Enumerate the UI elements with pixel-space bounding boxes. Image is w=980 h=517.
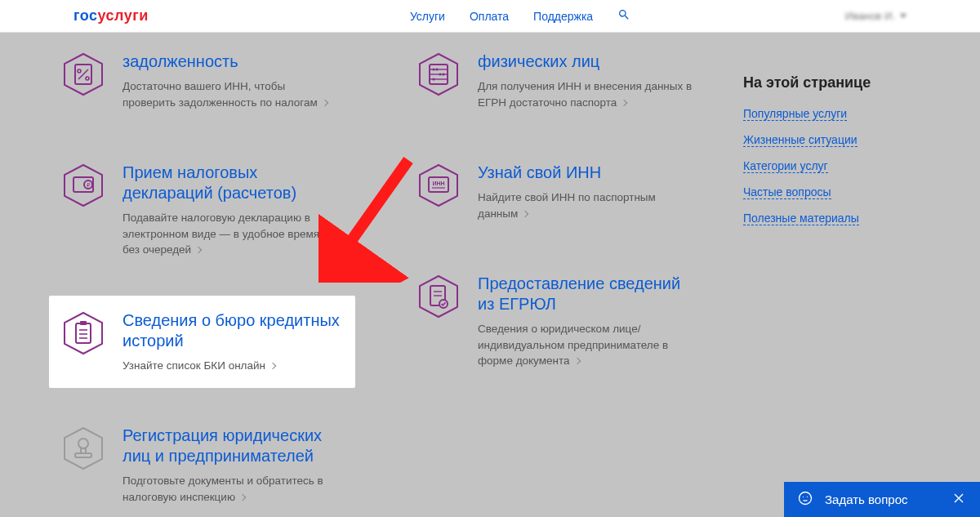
service-body: Сведения о бюро кредитных историй Узнайт… xyxy=(122,310,341,374)
nav-services[interactable]: Услуги xyxy=(410,10,445,23)
stamp-icon xyxy=(60,426,106,471)
svg-point-24 xyxy=(432,68,434,70)
svg-point-40 xyxy=(803,497,804,497)
service-desc: Достаточно вашего ИНН, чтобы проверить з… xyxy=(122,78,341,110)
service-tax-debt[interactable]: задолженность Достаточно вашего ИНН, что… xyxy=(49,37,355,125)
page-sidebar: На этой странице Популярные услуги Жизне… xyxy=(743,37,931,517)
service-tax-declarations[interactable]: ₽ Прием налоговых деклараций (расчетов) … xyxy=(49,148,355,273)
close-icon[interactable] xyxy=(951,490,967,509)
doc-check-icon xyxy=(416,274,461,319)
service-body: Прием налоговых деклараций (расчетов) По… xyxy=(122,163,341,258)
page-body: задолженность Достаточно вашего ИНН, что… xyxy=(0,33,980,517)
sidebar-link-faq[interactable]: Частые вопросы xyxy=(743,185,831,199)
service-desc: Сведения о юридическом лице/индивидуальн… xyxy=(478,321,696,369)
service-desc: Для получения ИНН и внесения данных в ЕГ… xyxy=(478,78,696,110)
service-body: Регистрация юридических лиц и предприним… xyxy=(122,426,341,505)
ask-question-bar[interactable]: Задать вопрос xyxy=(784,482,980,517)
svg-rect-10 xyxy=(76,323,91,343)
topbar: госуслуги Услуги Оплата Поддержка Иванов… xyxy=(0,0,980,33)
svg-text:ИНН: ИНН xyxy=(432,181,444,186)
service-body: Узнай свой ИНН Найдите свой ИНН по паспо… xyxy=(478,163,696,221)
logo-right: услуги xyxy=(98,7,149,24)
svg-rect-18 xyxy=(75,453,91,457)
svg-point-25 xyxy=(435,68,438,70)
ask-label: Задать вопрос xyxy=(825,492,907,506)
sidebar-link-categories[interactable]: Категории услуг xyxy=(743,159,828,173)
svg-point-28 xyxy=(432,78,434,80)
service-title: Предоставление сведений из ЕГРЮЛ xyxy=(478,274,696,314)
sidebar-heading: На этой странице xyxy=(743,74,931,91)
svg-point-16 xyxy=(78,439,88,448)
service-individuals[interactable]: физических лиц Для получения ИНН и внесе… xyxy=(404,37,710,125)
svg-point-41 xyxy=(807,497,808,497)
sidebar-link-materials[interactable]: Полезные материалы xyxy=(743,212,859,225)
chevron-right-icon xyxy=(195,247,202,253)
sidebar-link-popular[interactable]: Популярные услуги xyxy=(743,107,847,121)
svg-point-26 xyxy=(442,73,444,75)
svg-marker-9 xyxy=(65,313,102,354)
service-body: физических лиц Для получения ИНН и внесе… xyxy=(478,51,696,110)
user-menu[interactable]: Иванов И. xyxy=(845,10,906,22)
services-col-2: физических лиц Для получения ИНН и внесе… xyxy=(404,37,710,517)
service-desc: Узнайте список БКИ онлайн xyxy=(122,358,341,374)
service-find-inn[interactable]: ИНН Узнай свой ИНН Найдите свой ИНН по п… xyxy=(404,148,710,236)
percent-doc-icon xyxy=(60,51,106,97)
chevron-down-icon xyxy=(900,14,906,18)
inn-card-icon: ИНН xyxy=(416,163,461,208)
chevron-right-icon xyxy=(239,494,246,501)
service-business-registration[interactable]: Регистрация юридических лиц и предприним… xyxy=(49,411,355,517)
service-credit-bureau[interactable]: Сведения о бюро кредитных историй Узнайт… xyxy=(49,296,355,389)
services-grid: задолженность Достаточно вашего ИНН, что… xyxy=(49,37,710,517)
service-body: задолженность Достаточно вашего ИНН, что… xyxy=(122,51,341,110)
svg-rect-11 xyxy=(80,321,87,325)
ruble-doc-icon: ₽ xyxy=(60,163,106,208)
service-body: Предоставление сведений из ЕГРЮЛ Сведени… xyxy=(478,274,696,369)
nav-support[interactable]: Поддержка xyxy=(533,10,593,23)
service-desc: Подавайте налоговую декларацию в электро… xyxy=(122,210,341,258)
service-title: Прием налоговых деклараций (расчетов) xyxy=(122,163,341,203)
user-name: Иванов И. xyxy=(845,10,895,22)
chat-face-icon xyxy=(797,490,813,509)
svg-point-2 xyxy=(78,69,81,73)
svg-point-27 xyxy=(439,73,441,75)
sidebar-link-life[interactable]: Жизненные ситуации xyxy=(743,133,858,147)
service-desc: Найдите свой ИНН по паспортным данным xyxy=(478,189,696,221)
chevron-right-icon xyxy=(522,210,528,216)
nav-payment[interactable]: Оплата xyxy=(470,10,509,23)
main-nav: Услуги Оплата Поддержка xyxy=(410,8,630,25)
service-desc: Подготовьте документы и обратитесь в нал… xyxy=(122,473,341,505)
chevron-right-icon xyxy=(621,99,627,105)
service-egrul[interactable]: Предоставление сведений из ЕГРЮЛ Сведени… xyxy=(404,259,710,384)
service-title: задолженность xyxy=(122,51,341,72)
service-title: Сведения о бюро кредитных историй xyxy=(122,310,341,351)
svg-marker-33 xyxy=(420,276,457,317)
search-icon[interactable] xyxy=(617,8,630,25)
svg-point-3 xyxy=(86,77,89,80)
logo-left: гос xyxy=(74,7,98,24)
service-title: Узнай свой ИНН xyxy=(478,163,696,183)
clipboard-list-icon xyxy=(60,310,106,356)
services-col-1: задолженность Достаточно вашего ИНН, что… xyxy=(49,37,355,517)
svg-text:₽: ₽ xyxy=(87,182,91,188)
chevron-right-icon xyxy=(573,358,580,364)
abacus-icon xyxy=(416,51,461,97)
logo[interactable]: госуслуги xyxy=(74,7,149,25)
svg-point-39 xyxy=(800,492,812,505)
svg-line-4 xyxy=(78,69,88,79)
service-title: Регистрация юридических лиц и предприним… xyxy=(122,426,341,466)
service-title: физических лиц xyxy=(478,51,696,72)
chevron-right-icon xyxy=(321,99,327,105)
chevron-right-icon xyxy=(270,363,276,369)
svg-marker-5 xyxy=(65,165,102,206)
